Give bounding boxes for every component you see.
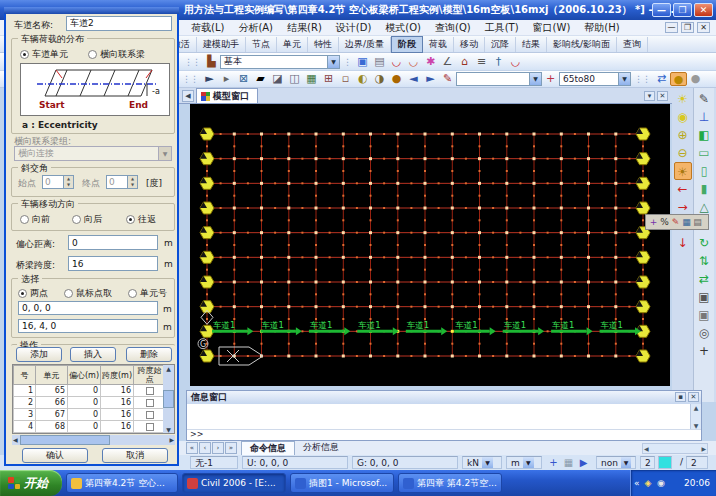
radio-forward[interactable]: 向前 [20,213,50,226]
menu-item-3[interactable]: 结果(R) [280,20,329,36]
restore-icon[interactable]: ❐ [673,3,692,17]
top-view-icon[interactable]: ▭ [695,144,713,162]
tab-scroll-left-icon[interactable]: ◀ [182,90,194,102]
radio-element-number[interactable]: 单元号 [128,287,167,300]
radio-both-ways[interactable]: 往返 [126,213,156,226]
skew-start-spinner[interactable]: 0▲▼ [42,175,74,189]
scroll-up-icon[interactable]: ▲ [691,404,701,411]
column-header-2[interactable]: 单元 [36,366,68,385]
radio-cross-beam[interactable]: 横向联系梁 [88,48,145,61]
ribbon-tab-3[interactable]: 节点 [246,37,277,52]
arc-tool-icon[interactable]: ◡ [507,55,524,69]
column-header-1[interactable]: 号 [14,366,36,385]
ribbon-tab-13[interactable]: 查询 [617,37,648,52]
force-unit-combo[interactable]: kN▼ [462,456,502,469]
tab-command-message[interactable]: 命令信息 [241,441,295,455]
table-row[interactable]: 266016 [14,397,166,409]
chevron-down-icon[interactable]: ▼ [482,457,493,468]
select-intersect-icon[interactable]: ◪ [269,72,286,86]
zoom-in-icon[interactable]: ⊕ [674,126,692,144]
menu-item-9[interactable]: 帮助(H) [577,20,626,36]
named-plane-combo[interactable]: ▼ [456,72,542,86]
child-minimize-icon[interactable]: — [665,22,678,33]
pan-hand-icon[interactable]: + [695,342,713,360]
scroll-right-icon[interactable]: ▶ [701,444,706,453]
ucs-icon[interactable]: + [546,456,561,469]
command-hscrollbar[interactable]: ◀ ▶ [642,443,708,454]
skew-end-spinner[interactable]: 0▲▼ [106,175,138,189]
redraw-small-icon[interactable]: ✎ [439,72,456,86]
tab-model-window[interactable]: 模型窗口 [196,88,258,103]
message-window-titlebar[interactable]: 信息窗口 ▪ ✕ [187,391,701,404]
moving-load-curve-icon[interactable]: ◡ [388,55,405,69]
point2-input[interactable] [18,319,158,333]
start-button[interactable]: 开始 [0,470,62,496]
snap-toggle-icon[interactable]: ▦ [561,456,576,469]
unselect-window-icon[interactable]: ⊞ [320,72,337,86]
radio-two-points[interactable]: 两点 [18,287,48,300]
pan-down-icon[interactable]: ↓ [674,234,692,252]
chevron-down-icon[interactable]: ▼ [327,56,339,68]
select-identity-icon[interactable]: ▸ [218,72,235,86]
tab-close-icon[interactable]: ✕ [657,91,668,101]
skew-angle-icon[interactable]: ∠ [439,55,456,69]
model-canvas[interactable]: 车道1车道1车道1车道1车道1车道1车道1车道1车道1G [190,104,670,386]
rotate-up-icon[interactable]: ⇅ [695,252,713,270]
command-nav-icon-1[interactable]: « [186,442,198,454]
command-nav-icon-4[interactable]: » [225,442,237,454]
chevron-down-icon[interactable]: ▼ [529,73,541,85]
display-option-icon[interactable]: ▣ [354,55,371,69]
close-icon[interactable]: ✕ [694,3,713,17]
rotate-right-icon[interactable]: ↻ [695,234,713,252]
activate-icon[interactable]: ◐ [354,72,371,86]
status-spin-value[interactable]: 2 [686,456,708,469]
scroll-up-icon[interactable]: ▲ [163,365,174,372]
dialog-titlebar[interactable] [4,7,179,14]
child-close-icon[interactable]: ✕ [697,22,710,33]
next-stage-icon[interactable]: ► [422,72,439,86]
ribbon-tab-9[interactable]: 移动 [454,37,485,52]
activate-all-icon[interactable]: ● [388,72,405,86]
minimize-icon[interactable]: — [652,3,671,17]
row-checkbox[interactable] [146,411,154,419]
iso-view-icon[interactable]: ◧ [695,126,713,144]
menu-item-2[interactable]: 分析(A) [231,20,280,36]
redraw-icon[interactable]: ✎ [695,90,713,108]
tray-chevron-icon[interactable]: « [634,478,640,488]
anchor-icon[interactable]: † [490,55,507,69]
zoom-window-icon[interactable]: ◉ [674,108,692,126]
select-arrow-icon[interactable]: ► [201,72,218,86]
cancel-button[interactable]: 取消 [102,448,168,463]
chevron-down-icon[interactable]: ▼ [621,457,631,468]
length-unit-combo[interactable]: m▼ [506,456,542,469]
initial-view-icon[interactable]: ⊥ [695,108,713,126]
message-close-icon[interactable]: ✕ [688,392,699,402]
table-vscrollbar[interactable]: ▲ ▼ [163,365,174,433]
point1-input[interactable] [18,301,158,315]
table-row[interactable]: 165016 [14,385,166,397]
ribbon-tab-8[interactable]: 荷载 [423,37,454,52]
scroll-thumb[interactable] [163,390,174,408]
vehicle-icon[interactable]: ✱ [422,55,439,69]
radio-lane-element[interactable]: 车道单元 [20,48,68,61]
message-scrollbar[interactable]: ▲ ▼ [690,404,701,429]
menu-item-7[interactable]: 工具(T) [478,20,526,36]
stage-combo[interactable]: 基本 ▼ [220,55,340,69]
table-hscrollbar[interactable]: ◀ ▶ [12,435,175,445]
insert-button[interactable]: 插入 [70,347,116,362]
confirm-button[interactable]: 确认 [22,448,88,463]
snap-percent-icon[interactable]: % [659,215,670,229]
left-view-icon[interactable]: ▯ [695,162,713,180]
add-button[interactable]: 添加 [16,347,62,362]
taskbar-item-3[interactable]: 插图1 - Microsof... [290,473,394,493]
ribbon-tab-4[interactable]: 单元 [277,37,308,52]
ribbon-tab-12[interactable]: 影响线/影响面 [547,37,617,52]
table-row[interactable]: 367016 [14,409,166,421]
rotate-down-icon[interactable]: ⇄ [695,270,713,288]
menu-item-4[interactable]: 设计(D) [329,20,379,36]
taskbar-item-2[interactable]: Civil 2006 - [E:... [182,473,286,493]
table-row[interactable]: 468016 [14,421,166,433]
row-checkbox[interactable] [146,423,154,431]
zoom-glass-icon[interactable]: ◎ [695,324,713,342]
prev-stage-icon[interactable]: ◄ [405,72,422,86]
